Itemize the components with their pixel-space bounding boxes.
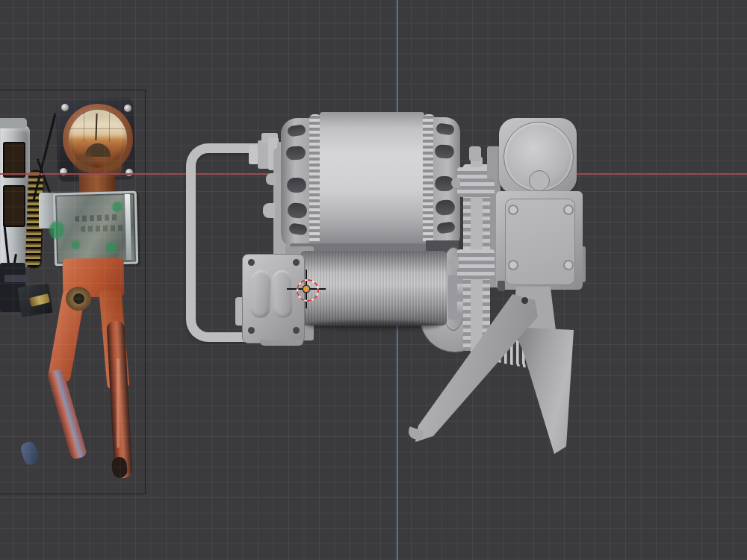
thumb-button [272,270,293,319]
gear-axle-pin [451,178,460,188]
thumb-button [250,270,271,319]
panel-screw [563,260,574,270]
vent-slot [434,144,454,159]
small-dial [529,170,550,191]
panel-screw [508,260,518,270]
plate-tab [260,340,303,346]
cursor-center-dot [303,286,309,292]
screw-hole [293,259,300,266]
vent-slot [287,178,306,193]
gear-wheel [457,249,495,279]
panel-notch [498,281,505,291]
plate-stub [263,203,275,218]
motor-cylinder [320,112,424,254]
pivot-pin [521,297,528,304]
vent-slot [287,202,307,219]
panel-screw [563,205,574,215]
gear-axle-pin [448,257,459,269]
screw-hole [248,259,255,266]
plate-stub [266,173,276,185]
drum-shadow [306,321,441,330]
gear-top-knob [469,146,481,161]
model-clamp-winch[interactable] [0,0,747,560]
screw-hole [293,327,300,334]
panel-screw [508,205,518,215]
3d-viewport[interactable] [0,0,747,560]
screw-hole [248,327,255,334]
